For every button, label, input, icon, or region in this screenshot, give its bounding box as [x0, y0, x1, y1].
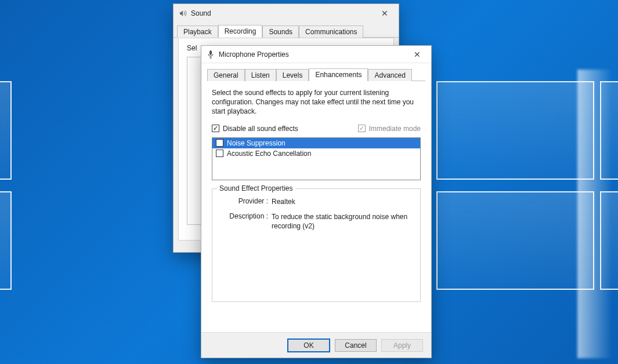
sound-title: Sound	[191, 9, 374, 17]
checkbox-icon	[358, 125, 366, 132]
wallpaper-pane	[0, 191, 12, 290]
mic-tabstrip: General Listen Levels Enhancements Advan…	[207, 68, 425, 81]
tab-communications[interactable]: Communications	[299, 26, 363, 38]
cancel-button[interactable]: Cancel	[335, 339, 377, 352]
effects-list[interactable]: Noise Suppression Acoustic Echo Cancella…	[212, 137, 421, 180]
tab-recording[interactable]: Recording	[218, 25, 263, 38]
speaker-icon	[178, 9, 187, 18]
effect-item-echo-cancellation[interactable]: Acoustic Echo Cancellation	[212, 148, 420, 159]
tab-playback[interactable]: Playback	[177, 26, 218, 38]
microphone-properties-dialog: Microphone Properties ✕ General Listen L…	[201, 45, 432, 358]
svg-rect-0	[209, 50, 212, 55]
tab-advanced[interactable]: Advanced	[368, 69, 411, 81]
wallpaper-pane	[436, 81, 594, 180]
checkbox-icon[interactable]	[216, 150, 223, 157]
tab-sounds[interactable]: Sounds	[262, 26, 299, 38]
disable-all-effects-checkbox[interactable]: Disable all sound effects	[212, 125, 298, 133]
enhancements-options-row: Disable all sound effects Immediate mode	[212, 125, 421, 133]
effect-label: Noise Suppression	[227, 139, 285, 147]
property-description: Description : To reduce the static backg…	[219, 212, 413, 231]
effect-item-noise-suppression[interactable]: Noise Suppression	[212, 138, 420, 148]
ok-button[interactable]: OK	[287, 338, 330, 352]
tab-enhancements[interactable]: Enhancements	[309, 68, 368, 81]
description-label: Description :	[219, 212, 272, 231]
mic-title: Microphone Properties	[219, 50, 407, 59]
description-value: To reduce the static background noise wh…	[272, 212, 413, 231]
sound-close-button[interactable]: ✕	[374, 7, 395, 20]
checkbox-icon[interactable]	[216, 139, 223, 147]
sound-titlebar[interactable]: Sound ✕	[174, 4, 399, 23]
apply-button: Apply	[381, 339, 423, 352]
enhancements-description: Select the sound effects to apply for yo…	[212, 88, 421, 117]
effect-label: Acoustic Echo Cancellation	[227, 150, 311, 158]
wallpaper-light	[577, 70, 612, 358]
group-legend: Sound Effect Properties	[217, 184, 295, 192]
wallpaper-pane	[436, 191, 594, 290]
checkbox-icon	[212, 125, 219, 132]
mic-dialog-footer: OK Cancel Apply	[201, 332, 431, 358]
property-provider: Provider : Realtek	[219, 197, 413, 206]
mic-tabstrip-wrap: General Listen Levels Enhancements Advan…	[201, 63, 431, 81]
close-icon: ✕	[414, 50, 421, 59]
sound-tabstrip: Playback Recording Sounds Communications	[174, 23, 399, 38]
microphone-icon	[206, 50, 215, 59]
tab-general[interactable]: General	[207, 69, 245, 81]
mic-close-button[interactable]: ✕	[407, 48, 428, 61]
immediate-mode-checkbox: Immediate mode	[358, 125, 421, 133]
wallpaper-pane	[0, 81, 12, 180]
tab-levels[interactable]: Levels	[276, 69, 309, 81]
mic-body: Select the sound effects to apply for yo…	[201, 81, 431, 330]
provider-label: Provider :	[219, 197, 272, 206]
immediate-mode-label: Immediate mode	[369, 125, 421, 133]
mic-titlebar[interactable]: Microphone Properties ✕	[201, 46, 431, 63]
sound-effect-properties-group: Sound Effect Properties Provider : Realt…	[212, 188, 421, 302]
tab-listen[interactable]: Listen	[245, 69, 276, 81]
close-icon: ✕	[381, 9, 388, 18]
disable-all-label: Disable all sound effects	[223, 125, 298, 133]
sound-instruction: Sel	[187, 44, 197, 52]
provider-value: Realtek	[272, 197, 413, 206]
